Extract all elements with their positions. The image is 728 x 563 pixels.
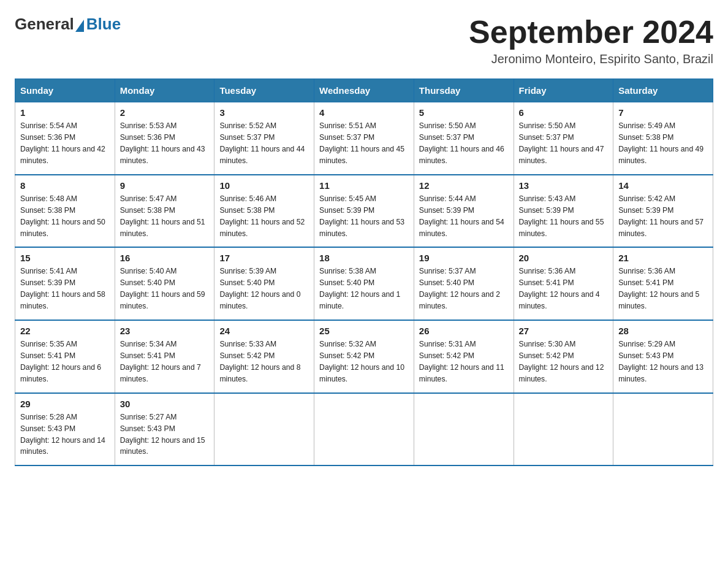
sunset-label: Sunset: 5:42 PM: [219, 351, 275, 360]
day-info: Sunrise: 5:28 AM Sunset: 5:43 PM Dayligh…: [20, 412, 110, 458]
sunrise-label: Sunrise: 5:30 AM: [519, 340, 576, 348]
sunset-label: Sunset: 5:38 PM: [618, 133, 673, 142]
sunset-label: Sunset: 5:40 PM: [219, 278, 275, 287]
week-row-4: 22 Sunrise: 5:35 AM Sunset: 5:41 PM Dayl…: [15, 320, 713, 393]
day-info: Sunrise: 5:27 AM Sunset: 5:43 PM Dayligh…: [120, 412, 210, 458]
day-cell-23: 23 Sunrise: 5:34 AM Sunset: 5:41 PM Dayl…: [115, 320, 214, 393]
empty-cell: [314, 393, 414, 466]
daylight-label: Daylight: 11 hours and 49 minutes.: [618, 145, 703, 165]
day-number: 3: [219, 107, 309, 118]
logo-blue: Blue: [86, 15, 121, 34]
day-cell-10: 10 Sunrise: 5:46 AM Sunset: 5:38 PM Dayl…: [214, 175, 314, 248]
weekday-header-friday: Friday: [514, 79, 613, 102]
day-info: Sunrise: 5:39 AM Sunset: 5:40 PM Dayligh…: [219, 266, 309, 312]
daylight-label: Daylight: 11 hours and 44 minutes.: [219, 145, 305, 165]
daylight-label: Daylight: 12 hours and 7 minutes.: [120, 363, 201, 383]
daylight-label: Daylight: 11 hours and 52 minutes.: [219, 218, 305, 238]
sunrise-label: Sunrise: 5:52 AM: [219, 121, 276, 130]
day-cell-20: 20 Sunrise: 5:36 AM Sunset: 5:41 PM Dayl…: [514, 247, 613, 320]
sunrise-label: Sunrise: 5:31 AM: [419, 340, 476, 348]
day-cell-2: 2 Sunrise: 5:53 AM Sunset: 5:36 PM Dayli…: [115, 102, 214, 175]
day-cell-30: 30 Sunrise: 5:27 AM Sunset: 5:43 PM Dayl…: [115, 393, 214, 466]
daylight-label: Daylight: 12 hours and 13 minutes.: [618, 363, 703, 383]
day-number: 29: [20, 399, 110, 409]
day-number: 14: [618, 180, 708, 191]
header: General Blue September 2024 Jeronimo Mon…: [15, 15, 713, 66]
daylight-label: Daylight: 12 hours and 11 minutes.: [419, 363, 504, 383]
day-info: Sunrise: 5:43 AM Sunset: 5:39 PM Dayligh…: [519, 193, 609, 240]
daylight-label: Daylight: 12 hours and 4 minutes.: [519, 290, 600, 310]
day-number: 24: [219, 326, 309, 336]
daylight-label: Daylight: 12 hours and 5 minutes.: [618, 290, 699, 310]
day-number: 20: [519, 253, 609, 263]
day-number: 4: [319, 107, 409, 118]
sunset-label: Sunset: 5:39 PM: [618, 206, 673, 215]
day-info: Sunrise: 5:29 AM Sunset: 5:43 PM Dayligh…: [618, 339, 708, 385]
sunset-label: Sunset: 5:40 PM: [319, 278, 374, 287]
day-cell-21: 21 Sunrise: 5:36 AM Sunset: 5:41 PM Dayl…: [613, 247, 713, 320]
logo-triangle-icon: [75, 20, 84, 32]
day-cell-11: 11 Sunrise: 5:45 AM Sunset: 5:39 PM Dayl…: [314, 175, 414, 248]
day-number: 13: [519, 180, 609, 191]
sunrise-label: Sunrise: 5:32 AM: [319, 340, 376, 348]
weekday-header-saturday: Saturday: [613, 79, 713, 102]
sunrise-label: Sunrise: 5:51 AM: [319, 121, 376, 130]
day-info: Sunrise: 5:30 AM Sunset: 5:42 PM Dayligh…: [519, 339, 609, 385]
empty-cell: [613, 393, 713, 466]
daylight-label: Daylight: 11 hours and 55 minutes.: [519, 218, 604, 238]
daylight-label: Daylight: 11 hours and 50 minutes.: [20, 218, 105, 238]
day-number: 12: [419, 180, 509, 191]
day-info: Sunrise: 5:45 AM Sunset: 5:39 PM Dayligh…: [319, 193, 409, 240]
day-info: Sunrise: 5:37 AM Sunset: 5:40 PM Dayligh…: [419, 266, 509, 312]
day-cell-26: 26 Sunrise: 5:31 AM Sunset: 5:42 PM Dayl…: [414, 320, 514, 393]
sunrise-label: Sunrise: 5:33 AM: [219, 340, 276, 348]
weekday-header-tuesday: Tuesday: [214, 79, 314, 102]
weekday-header-wednesday: Wednesday: [314, 79, 414, 102]
day-cell-24: 24 Sunrise: 5:33 AM Sunset: 5:42 PM Dayl…: [214, 320, 314, 393]
sunrise-label: Sunrise: 5:43 AM: [519, 194, 576, 203]
sunset-label: Sunset: 5:38 PM: [20, 206, 75, 215]
daylight-label: Daylight: 11 hours and 51 minutes.: [120, 218, 205, 238]
sunrise-label: Sunrise: 5:35 AM: [20, 340, 77, 348]
daylight-label: Daylight: 11 hours and 58 minutes.: [20, 290, 105, 310]
daylight-label: Daylight: 11 hours and 43 minutes.: [120, 145, 205, 165]
day-number: 26: [419, 326, 509, 336]
sunset-label: Sunset: 5:42 PM: [519, 351, 574, 360]
week-row-3: 15 Sunrise: 5:41 AM Sunset: 5:39 PM Dayl…: [15, 247, 713, 320]
weekday-header-monday: Monday: [115, 79, 214, 102]
daylight-label: Daylight: 11 hours and 45 minutes.: [319, 145, 404, 165]
day-cell-7: 7 Sunrise: 5:49 AM Sunset: 5:38 PM Dayli…: [613, 102, 713, 175]
sunset-label: Sunset: 5:39 PM: [319, 206, 374, 215]
day-number: 23: [120, 326, 210, 336]
day-number: 27: [519, 326, 609, 336]
sunrise-label: Sunrise: 5:48 AM: [20, 194, 77, 203]
sunrise-label: Sunrise: 5:38 AM: [319, 267, 376, 275]
sunset-label: Sunset: 5:37 PM: [519, 133, 574, 142]
day-cell-22: 22 Sunrise: 5:35 AM Sunset: 5:41 PM Dayl…: [15, 320, 115, 393]
sunrise-label: Sunrise: 5:49 AM: [618, 121, 675, 130]
daylight-label: Daylight: 11 hours and 54 minutes.: [419, 218, 504, 238]
daylight-label: Daylight: 12 hours and 2 minutes.: [419, 290, 500, 310]
daylight-label: Daylight: 11 hours and 47 minutes.: [519, 145, 604, 165]
sunset-label: Sunset: 5:39 PM: [419, 206, 474, 215]
day-cell-3: 3 Sunrise: 5:52 AM Sunset: 5:37 PM Dayli…: [214, 102, 314, 175]
day-cell-15: 15 Sunrise: 5:41 AM Sunset: 5:39 PM Dayl…: [15, 247, 115, 320]
day-info: Sunrise: 5:50 AM Sunset: 5:37 PM Dayligh…: [519, 120, 609, 167]
day-info: Sunrise: 5:53 AM Sunset: 5:36 PM Dayligh…: [120, 120, 210, 167]
sunrise-label: Sunrise: 5:53 AM: [120, 121, 177, 130]
day-number: 10: [219, 180, 309, 191]
month-title: September 2024: [469, 15, 713, 50]
day-cell-29: 29 Sunrise: 5:28 AM Sunset: 5:43 PM Dayl…: [15, 393, 115, 466]
day-info: Sunrise: 5:31 AM Sunset: 5:42 PM Dayligh…: [419, 339, 509, 385]
sunset-label: Sunset: 5:39 PM: [20, 278, 75, 287]
sunrise-label: Sunrise: 5:40 AM: [120, 267, 177, 275]
logo-general: General: [15, 15, 74, 34]
day-cell-13: 13 Sunrise: 5:43 AM Sunset: 5:39 PM Dayl…: [514, 175, 613, 248]
sunset-label: Sunset: 5:42 PM: [319, 351, 374, 360]
sunrise-label: Sunrise: 5:27 AM: [120, 413, 177, 421]
daylight-label: Daylight: 11 hours and 53 minutes.: [319, 218, 404, 238]
week-row-5: 29 Sunrise: 5:28 AM Sunset: 5:43 PM Dayl…: [15, 393, 713, 466]
day-info: Sunrise: 5:33 AM Sunset: 5:42 PM Dayligh…: [219, 339, 309, 385]
day-cell-17: 17 Sunrise: 5:39 AM Sunset: 5:40 PM Dayl…: [214, 247, 314, 320]
daylight-label: Daylight: 11 hours and 57 minutes.: [618, 218, 703, 238]
